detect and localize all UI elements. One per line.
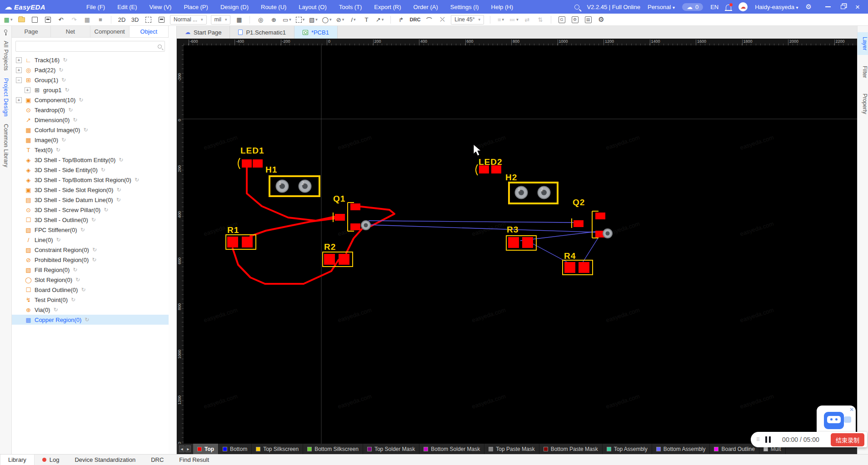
- layer-chip-top[interactable]: Top: [193, 444, 219, 454]
- pause-icon[interactable]: [765, 436, 771, 443]
- unit-dropdown[interactable]: mil▾: [211, 15, 231, 25]
- user-menu[interactable]: Haidy-easyeda ▾: [755, 4, 798, 10]
- ref-designator-label[interactable]: H1: [265, 165, 277, 174]
- drc-button[interactable]: DRC: [410, 15, 421, 25]
- distribute-button[interactable]: ≔▾: [509, 15, 519, 25]
- view-2d-button[interactable]: 2D: [117, 15, 126, 25]
- place-via-button[interactable]: ⊕: [269, 15, 278, 25]
- copper-trace[interactable]: [250, 218, 335, 236]
- refresh-icon[interactable]: ↻: [56, 237, 60, 243]
- tree-row-3d-shell-top-bottom-slot-region-0-[interactable]: ◈3D Shell - Top/Bottom Slot Region(0)↻: [12, 175, 169, 185]
- ref-designator-label[interactable]: R4: [564, 251, 576, 261]
- tree-row-3d-shell-top-bottom-entity-0-[interactable]: ◈3D Shell - Top/Bottom Entity(0)↻: [12, 155, 169, 165]
- refresh-icon[interactable]: ↻: [59, 67, 63, 73]
- smd-pad[interactable]: [522, 237, 533, 248]
- ref-designator-label[interactable]: R1: [227, 225, 239, 235]
- tree-row-3d-shell-outline-0-[interactable]: ☐3D Shell - Outline(0)↻: [12, 215, 169, 225]
- panel-global-button[interactable]: G: [557, 15, 566, 25]
- account-mode-dropdown[interactable]: Personal ▾: [648, 4, 675, 10]
- status-item-library[interactable]: Library: [0, 455, 35, 465]
- drag-handle-icon[interactable]: ⠿: [756, 439, 761, 441]
- notifications-bell-icon[interactable]: [726, 5, 731, 10]
- tree-row-component-10-[interactable]: +▣Component(10)↻: [12, 95, 169, 105]
- cross-probe-button[interactable]: ⤬: [438, 15, 447, 25]
- refresh-icon[interactable]: ↻: [56, 147, 60, 153]
- tree-row-dimension-0-[interactable]: ↗Dimension(0)↻: [12, 115, 169, 125]
- right-rail-tab-layer[interactable]: Layer: [858, 32, 868, 55]
- pin-panel-icon[interactable]: [4, 30, 7, 33]
- smd-pad[interactable]: [324, 254, 335, 265]
- stop-recording-button[interactable]: 结束录制: [831, 433, 864, 446]
- route-button[interactable]: ↱: [397, 15, 406, 25]
- right-rail-tab-filter[interactable]: Filter: [858, 61, 868, 83]
- menu-help[interactable]: Help (H): [491, 4, 513, 10]
- canvas-mode-dropdown[interactable]: Normal ...▾: [170, 15, 207, 25]
- object-search-box[interactable]: [15, 41, 165, 52]
- smd-pad[interactable]: [242, 159, 252, 168]
- layer-chip-bottom[interactable]: Bottom: [219, 444, 252, 454]
- smd-pad[interactable]: [564, 262, 575, 273]
- place-rect-button[interactable]: ▭▾: [282, 15, 291, 25]
- tree-row-fpc-stiffener-0-[interactable]: ▧FPC Stiffener(0)↻: [12, 225, 169, 235]
- menu-export[interactable]: Export (R): [374, 4, 401, 10]
- menu-layout[interactable]: Layout (O): [299, 4, 326, 10]
- refresh-icon[interactable]: ↻: [79, 97, 83, 103]
- right-rail-tab-property[interactable]: Property: [858, 89, 868, 119]
- smd-pad[interactable]: [595, 213, 605, 219]
- print-button[interactable]: [157, 15, 166, 25]
- ref-designator-label[interactable]: LED2: [479, 157, 503, 167]
- layer-chip-top-paste-mask[interactable]: Top Paste Mask: [484, 444, 539, 454]
- smd-pad[interactable]: [574, 220, 584, 227]
- expand-icon[interactable]: +: [25, 87, 30, 93]
- menu-place[interactable]: Place (P): [184, 4, 208, 10]
- tree-row-3d-shell-screw-pillar-0-[interactable]: ⊙3D Shell - Screw Pillar(0)↻: [12, 205, 169, 215]
- ref-designator-label[interactable]: H2: [505, 173, 517, 182]
- route-angle-dropdown[interactable]: Line 45°▾: [451, 15, 484, 25]
- refresh-icon[interactable]: ↻: [85, 317, 89, 323]
- place-line-button[interactable]: /▾: [349, 15, 358, 25]
- rail-tab-common-library[interactable]: Common Library: [3, 124, 9, 168]
- menu-file[interactable]: File (F): [86, 4, 105, 10]
- tree-row-3d-shell-side-slot-region-0-[interactable]: ▣3D Shell - Side Slot Region(0)↻: [12, 185, 169, 195]
- smd-pad[interactable]: [350, 203, 360, 210]
- layer-chip-bottom-paste-mask[interactable]: Bottom Paste Mask: [539, 444, 603, 454]
- layer-scroll-left-icon[interactable]: ◂: [179, 445, 185, 452]
- collapse-icon[interactable]: −: [16, 77, 22, 83]
- panel-layers-button[interactable]: ▤: [584, 15, 593, 25]
- tree-row-teardrop-0-[interactable]: ⊙Teardrop(0)↻: [12, 105, 169, 115]
- ref-designator-label[interactable]: Q1: [333, 194, 345, 203]
- select-tool-button[interactable]: [144, 15, 153, 25]
- smd-pad[interactable]: [227, 237, 238, 247]
- avatar[interactable]: ☁: [738, 2, 748, 11]
- layer-chip-top-solder-mask[interactable]: Top Solder Mask: [363, 444, 419, 454]
- undo-button[interactable]: ↶: [56, 15, 65, 25]
- panel-settings-button[interactable]: ⚙: [570, 15, 579, 25]
- smd-pad[interactable]: [350, 223, 360, 230]
- tree-row-group-1-[interactable]: −⊞Group(1)↻: [12, 75, 169, 85]
- doc-tab-p1-schematic1[interactable]: P1.Schematic1: [230, 26, 294, 39]
- tree-row-pad-22-[interactable]: +◎Pad(22)↻: [12, 65, 169, 75]
- layer-chip-bottom-solder-mask[interactable]: Bottom Solder Mask: [419, 444, 484, 454]
- rail-tab-all-projects[interactable]: All Projects: [3, 41, 9, 71]
- rail-tab-project-design[interactable]: Project Design: [3, 78, 9, 117]
- cloud-sync-badge[interactable]: ☁ 0: [682, 3, 703, 11]
- status-item-drc[interactable]: DRC: [143, 455, 171, 465]
- refresh-icon[interactable]: ↻: [91, 217, 96, 223]
- refresh-icon[interactable]: ↻: [81, 287, 85, 293]
- menu-tools[interactable]: Tools (T): [339, 4, 362, 10]
- smd-pad[interactable]: [508, 237, 519, 248]
- tree-row-test-point-0-[interactable]: ↯Test Point(0)↻: [12, 295, 169, 305]
- object-search-input[interactable]: [19, 43, 158, 50]
- doc-tab--pcb1[interactable]: *PCB1: [294, 26, 338, 39]
- menu-order[interactable]: Order (A): [414, 4, 438, 10]
- layer-scroll-right-icon[interactable]: ▸: [185, 445, 191, 452]
- tree-row-3d-shell-side-entity-0-[interactable]: ◈3D Shell - Side Entity(0)↻: [12, 165, 169, 175]
- refresh-icon[interactable]: ↻: [116, 197, 121, 203]
- place-pad-button[interactable]: ◎: [256, 15, 265, 25]
- ref-designator-label[interactable]: Q2: [573, 198, 585, 207]
- tree-row-copper-region-0-[interactable]: ▩Copper Region(0)↻: [12, 315, 169, 325]
- expand-icon[interactable]: +: [16, 57, 22, 63]
- menu-settings[interactable]: Settings (I): [450, 4, 479, 10]
- status-item-find-result[interactable]: Find Result: [171, 455, 217, 465]
- smd-pad[interactable]: [579, 262, 589, 273]
